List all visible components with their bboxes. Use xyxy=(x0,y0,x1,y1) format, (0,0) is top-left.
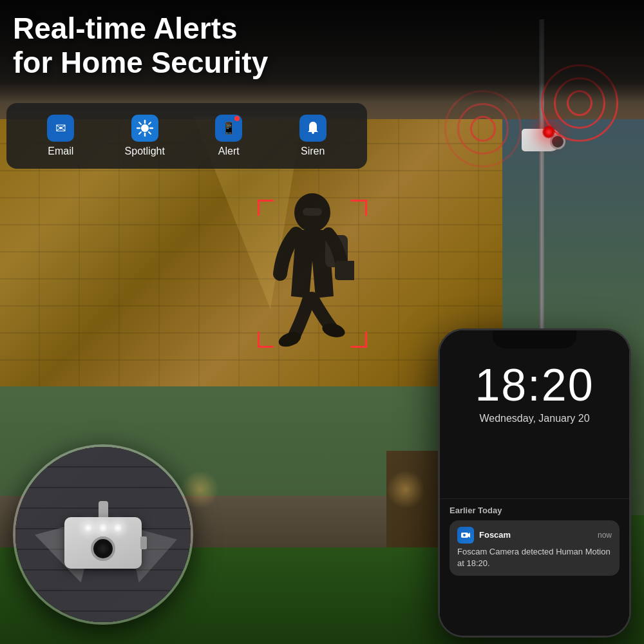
alert-icon: 📱 xyxy=(215,115,242,142)
phone-mockup: 18:20 Wednesday, January 20 Earlier Toda… xyxy=(438,328,631,638)
svg-line-13 xyxy=(149,122,151,124)
phone-notch xyxy=(493,330,576,348)
headline-line2: for Home Security xyxy=(13,46,268,80)
notification-time: now xyxy=(598,531,612,540)
svg-line-11 xyxy=(139,122,141,124)
siren-label: Siren xyxy=(301,146,325,157)
camera-circle-bg xyxy=(15,447,191,622)
corner-bottom-left xyxy=(258,332,274,348)
siren-icon xyxy=(299,115,327,142)
detection-box xyxy=(258,200,367,348)
notification-card: Foscam now Foscam Camera detected Human … xyxy=(450,520,620,576)
feature-email: ✉ Email xyxy=(22,115,100,157)
corner-top-right xyxy=(351,200,367,216)
features-bar: ✉ Email Spotlight xyxy=(6,103,367,169)
spotlight-label: Spotlight xyxy=(125,146,165,157)
phone-time: 18:20 xyxy=(475,363,594,408)
email-label: Email xyxy=(48,146,73,157)
svg-line-14 xyxy=(139,132,141,134)
feature-alert: 📱 Alert xyxy=(190,115,268,157)
feature-siren: Siren xyxy=(274,115,352,157)
spotlight-icon xyxy=(131,115,158,142)
corner-bottom-right xyxy=(351,332,367,348)
phone-date: Wednesday, January 20 xyxy=(479,413,589,424)
phone-body: 18:20 Wednesday, January 20 Earlier Toda… xyxy=(438,328,631,638)
headline: Real-time Alerts for Home Security xyxy=(13,12,268,80)
email-icon: ✉ xyxy=(47,115,74,142)
phone-notifications: Earlier Today xyxy=(440,498,629,636)
phone-screen: 18:20 Wednesday, January 20 Earlier Toda… xyxy=(440,330,629,636)
wall-light-3 xyxy=(386,470,425,509)
phone-lock-screen: 18:20 Wednesday, January 20 xyxy=(440,330,629,498)
headline-line1: Real-time Alerts xyxy=(13,12,268,46)
svg-point-6 xyxy=(141,124,149,132)
camera-alert-glow xyxy=(542,126,555,138)
app-info: Foscam xyxy=(457,527,511,544)
main-container: Real-time Alerts for Home Security ✉ Ema… xyxy=(0,0,644,644)
notification-header: Foscam now xyxy=(457,527,612,544)
camera-circle xyxy=(13,444,193,625)
notification-section-title: Earlier Today xyxy=(450,506,620,515)
corner-top-left xyxy=(258,200,274,216)
svg-line-12 xyxy=(149,132,151,134)
svg-marker-16 xyxy=(468,533,470,538)
notification-app-name: Foscam xyxy=(479,530,511,540)
notification-message: Foscam Camera detected Human Motion at 1… xyxy=(457,546,612,569)
svg-point-17 xyxy=(463,534,466,536)
alert-label: Alert xyxy=(218,146,240,157)
app-icon xyxy=(457,527,474,544)
feature-spotlight: Spotlight xyxy=(106,115,184,157)
